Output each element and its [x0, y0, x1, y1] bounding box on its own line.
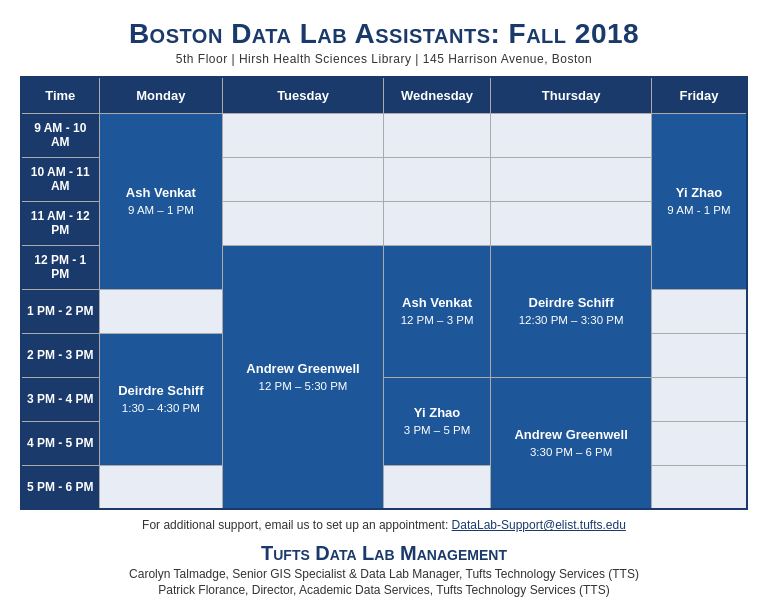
page-title: Boston Data Lab Assistants: Fall 2018: [20, 18, 748, 50]
page-subtitle: 5th Floor | Hirsh Health Sciences Librar…: [20, 52, 748, 66]
mgmt-section: Tufts Data Lab Management Carolyn Talmad…: [20, 542, 748, 597]
support-line: For additional support, email us to set …: [20, 518, 748, 532]
staff-name: Andrew Greenwell: [227, 360, 379, 378]
schedule-cell: [383, 201, 490, 245]
staff-name: Andrew Greenwell: [495, 426, 647, 444]
table-header-row: Time Monday Tuesday Wednesday Thursday F…: [21, 77, 747, 113]
staff-name: Yi Zhao: [656, 184, 742, 202]
col-tuesday: Tuesday: [223, 77, 384, 113]
schedule-table: Time Monday Tuesday Wednesday Thursday F…: [20, 76, 748, 510]
schedule-cell: [99, 289, 223, 333]
schedule-cell: [383, 465, 490, 509]
time-cell: 1 PM - 2 PM: [21, 289, 99, 333]
staff-hours: 12 PM – 3 PM: [388, 312, 486, 328]
schedule-cell: [491, 157, 652, 201]
staff-hours: 1:30 – 4:30 PM: [104, 400, 219, 416]
col-thursday: Thursday: [491, 77, 652, 113]
schedule-cell: [651, 377, 747, 421]
staff-hours: 9 AM – 1 PM: [104, 202, 219, 218]
schedule-cell: Andrew Greenwell3:30 PM – 6 PM: [491, 377, 652, 509]
staff-hours: 12 PM – 5:30 PM: [227, 378, 379, 394]
schedule-cell: [383, 157, 490, 201]
support-email-link[interactable]: DataLab-Support@elist.tufts.edu: [452, 518, 626, 532]
staff-hours: 9 AM - 1 PM: [656, 202, 742, 218]
schedule-cell: Andrew Greenwell12 PM – 5:30 PM: [223, 245, 384, 509]
time-cell: 10 AM - 11 AM: [21, 157, 99, 201]
col-wednesday: Wednesday: [383, 77, 490, 113]
table-row: 9 AM - 10 AMAsh Venkat9 AM – 1 PMYi Zhao…: [21, 113, 747, 157]
schedule-cell: Deirdre Schiff1:30 – 4:30 PM: [99, 333, 223, 465]
mgmt-title: Tufts Data Lab Management: [20, 542, 748, 565]
staff-name: Ash Venkat: [104, 184, 219, 202]
schedule-cell: Yi Zhao3 PM – 5 PM: [383, 377, 490, 465]
staff-hours: 3:30 PM – 6 PM: [495, 444, 647, 460]
schedule-cell: [651, 465, 747, 509]
schedule-cell: [651, 289, 747, 333]
time-cell: 2 PM - 3 PM: [21, 333, 99, 377]
page-container: Boston Data Lab Assistants: Fall 2018 5t…: [0, 0, 768, 602]
staff-name: Ash Venkat: [388, 294, 486, 312]
schedule-cell: [223, 113, 384, 157]
time-cell: 5 PM - 6 PM: [21, 465, 99, 509]
staff-hours: 12:30 PM – 3:30 PM: [495, 312, 647, 328]
staff-hours: 3 PM – 5 PM: [388, 422, 486, 438]
time-cell: 9 AM - 10 AM: [21, 113, 99, 157]
schedule-cell: Yi Zhao9 AM - 1 PM: [651, 113, 747, 289]
staff-name: Deirdre Schiff: [104, 382, 219, 400]
time-cell: 3 PM - 4 PM: [21, 377, 99, 421]
schedule-cell: [651, 333, 747, 377]
schedule-cell: [223, 201, 384, 245]
staff-name: Yi Zhao: [388, 404, 486, 422]
schedule-cell: [223, 157, 384, 201]
schedule-cell: [491, 201, 652, 245]
schedule-cell: [651, 421, 747, 465]
schedule-cell: Deirdre Schiff12:30 PM – 3:30 PM: [491, 245, 652, 377]
mgmt-line1: Carolyn Talmadge, Senior GIS Specialist …: [20, 567, 748, 581]
col-friday: Friday: [651, 77, 747, 113]
schedule-cell: Ash Venkat9 AM – 1 PM: [99, 113, 223, 289]
schedule-cell: Ash Venkat12 PM – 3 PM: [383, 245, 490, 377]
mgmt-line2: Patrick Florance, Director, Academic Dat…: [20, 583, 748, 597]
time-cell: 11 AM - 12 PM: [21, 201, 99, 245]
time-cell: 4 PM - 5 PM: [21, 421, 99, 465]
schedule-cell: [99, 465, 223, 509]
col-monday: Monday: [99, 77, 223, 113]
schedule-cell: [491, 113, 652, 157]
col-time: Time: [21, 77, 99, 113]
staff-name: Deirdre Schiff: [495, 294, 647, 312]
time-cell: 12 PM - 1 PM: [21, 245, 99, 289]
schedule-cell: [383, 113, 490, 157]
